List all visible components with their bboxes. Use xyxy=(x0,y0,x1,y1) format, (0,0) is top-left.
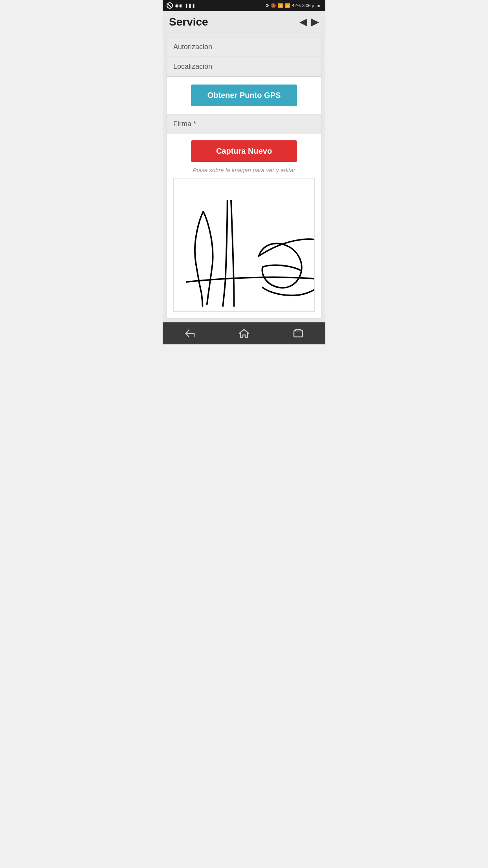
gps-button[interactable]: Obtener Punto GPS xyxy=(191,85,297,106)
title-bar: Service ◀ ▶ xyxy=(163,11,325,33)
voicemail-icon: ◉◉ xyxy=(175,3,183,8)
signature-section: Captura Nuevo Pulse sobre la imagen para… xyxy=(167,134,321,318)
forward-arrow-button[interactable]: ▶ xyxy=(311,16,319,28)
status-left-icons: ◉◉ ❚❚❚ xyxy=(167,2,195,9)
battery-text: 42% xyxy=(292,3,301,8)
page-title: Service xyxy=(169,16,208,28)
rotate-icon: ⟳ xyxy=(266,3,269,8)
localizacion-label: Localización xyxy=(173,63,212,70)
localizacion-row: Localización xyxy=(167,57,321,77)
signature-hint-text: Pulse sobre la imagen para ver y editar xyxy=(173,167,315,173)
blocked-icon xyxy=(167,2,173,9)
signal-icon: 📶 xyxy=(285,3,290,8)
back-arrow-button[interactable]: ◀ xyxy=(299,16,307,28)
home-nav-button[interactable] xyxy=(232,326,256,341)
time-display: 3:06 p. m. xyxy=(302,3,321,8)
gps-section: Obtener Punto GPS xyxy=(167,77,321,114)
bottom-navigation xyxy=(163,322,325,344)
barcode-icon: ❚❚❚ xyxy=(185,3,195,8)
autorizacion-row: Autorizacion xyxy=(167,37,321,57)
navigation-arrows: ◀ ▶ xyxy=(299,16,319,28)
svg-rect-0 xyxy=(294,331,303,337)
silent-icon: 🔕 xyxy=(271,3,276,8)
firma-label: Firma * xyxy=(173,120,196,128)
signature-svg xyxy=(174,178,314,311)
signature-canvas[interactable] xyxy=(173,178,315,312)
back-nav-button[interactable] xyxy=(178,326,202,341)
main-content: Autorizacion Localización Obtener Punto … xyxy=(163,33,325,322)
status-bar: ◉◉ ❚❚❚ ⟳ 🔕 📶 📶 42% 3:06 p. m. xyxy=(163,0,325,11)
captura-nuevo-button[interactable]: Captura Nuevo xyxy=(191,140,297,162)
firma-row: Firma * xyxy=(167,114,321,134)
autorizacion-label: Autorizacion xyxy=(173,43,212,51)
form-card: Autorizacion Localización Obtener Punto … xyxy=(167,37,321,318)
svg-rect-1 xyxy=(295,329,301,331)
status-right-info: ⟳ 🔕 📶 📶 42% 3:06 p. m. xyxy=(266,3,321,8)
wifi-icon: 📶 xyxy=(278,3,283,8)
recents-nav-button[interactable] xyxy=(286,326,310,341)
